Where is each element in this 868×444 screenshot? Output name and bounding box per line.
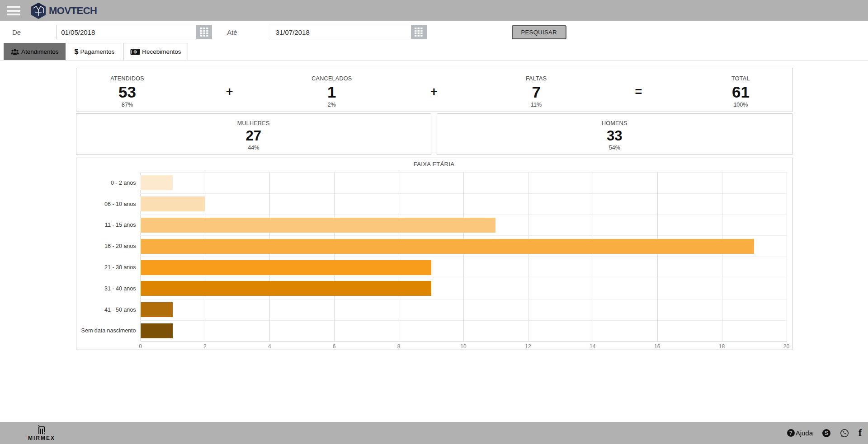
- search-button[interactable]: PESQUISAR: [512, 25, 566, 39]
- x-axis-tick: 18: [719, 343, 725, 350]
- summary-card: ATENDIDOS 53 87% + CANCELADOS 1 2% + FAL…: [76, 68, 793, 112]
- stat-label: ATENDIDOS: [76, 75, 179, 82]
- chart-bar: [141, 175, 173, 190]
- stat-value: 7: [485, 84, 587, 100]
- mulheres-card: MULHERES 27 44%: [76, 113, 432, 155]
- stat-total: TOTAL 61 100%: [689, 68, 792, 112]
- gender-label: MULHERES: [76, 120, 431, 126]
- dollar-icon: $: [75, 48, 79, 56]
- gender-label: HOMENS: [437, 120, 792, 126]
- stat-faltas: FALTAS 7 11%: [485, 68, 587, 112]
- tab-recebimentos[interactable]: 0 Recebimentos: [123, 43, 188, 60]
- date-to-input[interactable]: [271, 25, 411, 39]
- chart-x-axis: 02468101214161820: [141, 341, 787, 351]
- stat-label: FALTAS: [485, 75, 587, 82]
- date-from-group: [56, 25, 212, 39]
- stat-value: 61: [689, 84, 792, 100]
- stat-percent: 11%: [485, 102, 587, 108]
- faixa-etaria-chart-card: FAIXA ETÁRIA 0 - 2 anos06 - 10 anos11 - …: [76, 158, 793, 350]
- chart-category-label: 21 - 30 anos: [104, 264, 136, 271]
- x-axis-tick: 16: [654, 343, 660, 350]
- stat-cancelados: CANCELADOS 1 2%: [281, 68, 383, 112]
- tab-label: Recebimentos: [142, 48, 181, 55]
- x-axis-tick: 10: [460, 343, 466, 350]
- chart-row: 0 - 2 anos: [141, 172, 787, 193]
- calendar-grid-icon: [415, 28, 423, 37]
- date-to-calendar-button[interactable]: [411, 25, 427, 39]
- chart-bar: [141, 302, 173, 317]
- footer-links: ? Ajuda S f: [787, 427, 862, 439]
- chart-category-label: 41 - 50 anos: [104, 307, 136, 313]
- x-axis-tick: 8: [397, 343, 401, 350]
- mirmex-brand-name: MIRMEX: [28, 435, 55, 441]
- tab-pagamentos[interactable]: $ Pagamentos: [68, 43, 122, 60]
- skype-icon[interactable]: S: [822, 429, 830, 437]
- x-axis-tick: 6: [333, 343, 336, 350]
- tabs-bar: Atendimentos $ Pagamentos 0 Recebimentos: [0, 43, 868, 61]
- tab-label: Pagamentos: [80, 48, 114, 55]
- chart-row: 41 - 50 anos: [141, 299, 787, 320]
- main-content: ATENDIDOS 53 87% + CANCELADOS 1 2% + FAL…: [0, 61, 868, 422]
- help-link[interactable]: ? Ajuda: [787, 429, 813, 437]
- x-axis-tick: 12: [525, 343, 531, 350]
- chart-bar: [141, 218, 496, 233]
- mirmex-icon: [37, 425, 47, 435]
- tab-atendimentos[interactable]: Atendimentos: [4, 43, 66, 60]
- x-axis-tick: 4: [268, 343, 271, 350]
- chart-row: 06 - 10 anos: [141, 193, 787, 215]
- brand-name: MOVTECH: [49, 5, 97, 17]
- chart-row: 16 - 20 anos: [141, 235, 787, 257]
- stat-percent: 100%: [689, 102, 792, 108]
- date-from-label: De: [12, 28, 21, 36]
- filter-bar: De Até: [0, 21, 868, 43]
- x-axis-tick: 20: [783, 343, 789, 350]
- stat-percent: 87%: [76, 102, 179, 108]
- chart-bar: [141, 196, 205, 211]
- x-axis-tick: 14: [590, 343, 595, 350]
- facebook-icon[interactable]: f: [859, 427, 862, 439]
- gender-value: 33: [437, 129, 792, 143]
- chart-title: FAIXA ETÁRIA: [82, 161, 787, 168]
- operator-plus: +: [179, 68, 281, 112]
- date-to-label: Até: [227, 28, 237, 36]
- chart-row: 21 - 30 anos: [141, 257, 787, 278]
- date-from-calendar-button[interactable]: [196, 25, 212, 39]
- svg-text:0: 0: [134, 50, 136, 53]
- footer-bar: MIRMEX ? Ajuda S f: [0, 422, 868, 444]
- stat-value: 1: [281, 84, 383, 100]
- chart-category-label: 11 - 15 anos: [105, 222, 136, 228]
- hamburger-menu-icon[interactable]: [7, 6, 20, 15]
- date-to-group: [271, 25, 427, 39]
- gender-row: MULHERES 27 44% HOMENS 33 54%: [76, 113, 793, 155]
- banknote-icon: 0: [130, 49, 140, 55]
- help-label: Ajuda: [796, 429, 813, 437]
- top-bar: MOVTECH: [0, 0, 868, 21]
- gender-value: 27: [76, 129, 431, 143]
- x-axis-tick: 2: [203, 343, 207, 350]
- chart-row: 11 - 15 anos: [141, 215, 787, 236]
- chart-row: 31 - 40 anos: [141, 278, 787, 299]
- movtech-logo: MOVTECH: [30, 2, 97, 19]
- chart-row: Sem data nascimento: [141, 320, 787, 341]
- chart-category-label: 06 - 10 anos: [104, 201, 136, 207]
- chart-bar: [141, 260, 431, 275]
- stat-percent: 2%: [281, 102, 383, 108]
- gender-percent: 44%: [76, 145, 431, 151]
- mirmex-logo: MIRMEX: [28, 425, 55, 441]
- movtech-cube-icon: [30, 2, 47, 19]
- homens-card: HOMENS 33 54%: [437, 113, 793, 155]
- operator-plus: +: [383, 68, 485, 112]
- operator-equals: =: [587, 68, 689, 112]
- whatsapp-icon[interactable]: [840, 429, 849, 438]
- stat-value: 53: [76, 84, 179, 100]
- chart-bar: [141, 323, 173, 338]
- chart-bar: [141, 281, 431, 296]
- tab-label: Atendimentos: [21, 48, 59, 55]
- stat-atendidos: ATENDIDOS 53 87%: [76, 68, 179, 112]
- chart-plot-area: 0 - 2 anos06 - 10 anos11 - 15 anos16 - 2…: [141, 172, 787, 341]
- stat-label: TOTAL: [689, 75, 792, 82]
- chart-category-label: 31 - 40 anos: [104, 285, 136, 292]
- calendar-grid-icon: [200, 28, 208, 37]
- date-from-input[interactable]: [56, 25, 196, 39]
- help-icon: ?: [787, 429, 795, 437]
